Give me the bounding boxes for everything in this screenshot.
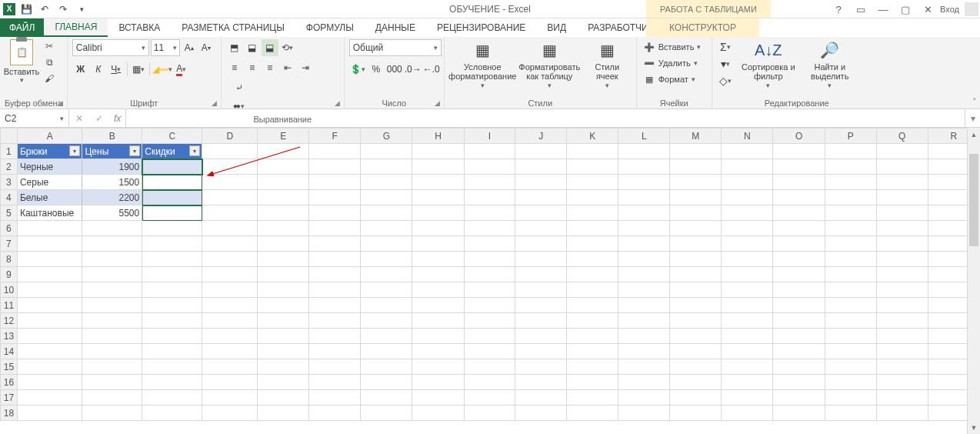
cell[interactable]	[618, 344, 670, 359]
cell[interactable]	[82, 406, 142, 421]
cell[interactable]: Скидки▾	[142, 144, 202, 159]
cell[interactable]	[202, 267, 258, 282]
cell[interactable]	[202, 205, 258, 221]
cell[interactable]	[825, 159, 876, 175]
cell[interactable]	[464, 406, 515, 421]
cell[interactable]	[464, 190, 515, 205]
cell[interactable]	[17, 298, 82, 313]
cell[interactable]	[876, 406, 928, 421]
merge-button[interactable]: ⬌▾	[231, 98, 248, 115]
cell[interactable]	[17, 390, 82, 406]
cell[interactable]	[876, 282, 928, 298]
cell[interactable]	[202, 359, 258, 375]
cell[interactable]	[876, 390, 928, 406]
cell[interactable]	[309, 406, 361, 421]
cell[interactable]	[142, 221, 202, 236]
cell[interactable]	[722, 282, 773, 298]
row-header[interactable]: 10	[1, 282, 18, 298]
cell[interactable]	[722, 390, 773, 406]
cell[interactable]	[876, 205, 928, 221]
find-select-button[interactable]: 🔎 Найти и выделить▾	[803, 39, 857, 90]
cell[interactable]	[309, 359, 361, 375]
column-header[interactable]: M	[670, 129, 722, 144]
cell[interactable]	[464, 252, 515, 267]
cell[interactable]: 2200	[82, 190, 142, 205]
cell[interactable]	[82, 221, 142, 236]
font-name-combo[interactable]: Calibri▾	[72, 39, 149, 56]
cells-grid[interactable]: ABCDEFGHIJKLMNOPQR1Брюки▾Цены▾Скидки▾2Че…	[0, 128, 980, 421]
cell[interactable]	[670, 375, 722, 390]
cell[interactable]	[722, 159, 773, 175]
cell[interactable]	[825, 190, 876, 205]
cell[interactable]: Белые	[17, 190, 82, 205]
cell[interactable]	[722, 221, 773, 236]
cell[interactable]	[17, 267, 82, 282]
cell[interactable]	[142, 390, 202, 406]
cell[interactable]	[202, 175, 258, 190]
scroll-down-icon[interactable]: ▼	[968, 421, 980, 434]
number-format-combo[interactable]: Общий▾	[349, 39, 442, 56]
cell[interactable]	[876, 144, 928, 159]
cell[interactable]	[670, 221, 722, 236]
cell[interactable]	[876, 375, 928, 390]
cell[interactable]	[142, 159, 202, 175]
cell[interactable]	[567, 236, 618, 252]
cell[interactable]	[773, 190, 825, 205]
cell[interactable]	[142, 282, 202, 298]
cell[interactable]	[670, 406, 722, 421]
cell[interactable]	[361, 205, 412, 221]
format-painter-icon[interactable]: 🖌	[42, 72, 57, 85]
cut-icon[interactable]: ✂	[42, 39, 57, 53]
cell[interactable]	[361, 375, 412, 390]
undo-icon[interactable]: ↶	[37, 2, 52, 17]
scroll-thumb[interactable]	[969, 154, 978, 246]
dialog-launcher-icon[interactable]: ◢	[333, 98, 342, 108]
cancel-formula-icon[interactable]: ✕	[69, 109, 89, 127]
cell[interactable]	[412, 406, 464, 421]
column-header[interactable]: E	[258, 129, 309, 144]
cell[interactable]	[825, 298, 876, 313]
align-left-icon[interactable]: ≡	[226, 59, 243, 76]
align-right-icon[interactable]: ≡	[262, 59, 278, 76]
cell[interactable]	[515, 313, 567, 329]
cell[interactable]	[142, 313, 202, 329]
cell[interactable]	[722, 252, 773, 267]
expand-formula-bar-icon[interactable]: ▾	[965, 109, 980, 127]
bold-button[interactable]: Ж	[72, 61, 89, 78]
cell[interactable]	[567, 390, 618, 406]
cell[interactable]	[876, 298, 928, 313]
row-header[interactable]: 8	[1, 252, 18, 267]
paste-button[interactable]: 📋 Вставить ▾	[5, 39, 38, 84]
close-icon[interactable]: ✕	[918, 2, 938, 17]
cell[interactable]	[515, 252, 567, 267]
font-size-combo[interactable]: 11▾	[151, 39, 180, 56]
cell[interactable]	[773, 406, 825, 421]
cell[interactable]	[17, 236, 82, 252]
cell[interactable]	[17, 329, 82, 344]
cell[interactable]	[412, 159, 464, 175]
cell[interactable]	[876, 252, 928, 267]
cell[interactable]	[722, 329, 773, 344]
cell[interactable]	[142, 236, 202, 252]
cell[interactable]	[82, 252, 142, 267]
cell[interactable]	[567, 267, 618, 282]
cell[interactable]	[618, 390, 670, 406]
cell[interactable]	[309, 390, 361, 406]
column-header[interactable]: O	[773, 129, 825, 144]
cell[interactable]	[309, 144, 361, 159]
scroll-up-icon[interactable]: ▲	[968, 128, 980, 141]
cell[interactable]	[773, 252, 825, 267]
cell[interactable]	[309, 375, 361, 390]
column-header[interactable]: B	[82, 129, 142, 144]
cell[interactable]	[670, 159, 722, 175]
cell[interactable]	[567, 359, 618, 375]
fill-color-button[interactable]: ◢▾	[152, 61, 172, 78]
cell[interactable]	[412, 267, 464, 282]
cell[interactable]	[567, 190, 618, 205]
cell[interactable]	[567, 375, 618, 390]
cell[interactable]	[464, 159, 515, 175]
cell[interactable]	[722, 190, 773, 205]
cell[interactable]	[258, 344, 309, 359]
row-header[interactable]: 1	[1, 144, 18, 159]
row-header[interactable]: 17	[1, 390, 18, 406]
